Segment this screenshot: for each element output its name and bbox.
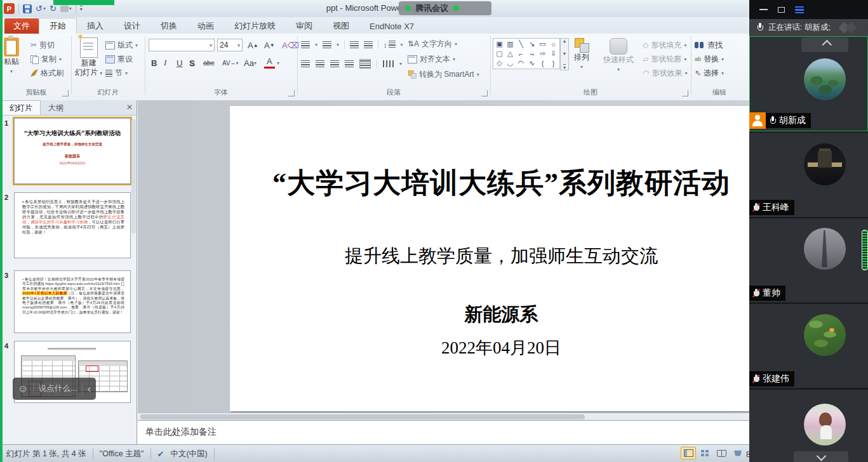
dialog-launcher[interactable] (481, 90, 488, 96)
format-painter-button[interactable]: 格式刷 (30, 67, 63, 79)
undo-button[interactable]: ↺▾ (36, 4, 46, 13)
line-spacing-button[interactable]: ↕ (384, 41, 396, 49)
align-left-button[interactable] (301, 60, 310, 67)
bullets-button[interactable] (301, 41, 310, 48)
tab-transitions[interactable]: 切换 (150, 18, 187, 34)
tab-animations[interactable]: 动画 (187, 18, 224, 34)
close-icon[interactable]: ✕ (126, 103, 133, 112)
participant-tile[interactable]: 张建伟 (749, 304, 868, 388)
spellcheck-icon[interactable]: ✔ (157, 449, 164, 459)
paste-button[interactable]: 粘贴▾ (4, 37, 19, 76)
dialog-launcher[interactable] (288, 90, 295, 96)
shape-cell[interactable]: } (548, 58, 559, 68)
shape-cell[interactable]: ⇩ (548, 49, 559, 58)
shape-cell[interactable]: ▥ (505, 39, 516, 49)
reset-button[interactable]: 重设 (105, 53, 133, 65)
customize-qat-button[interactable]: ▾ (80, 6, 83, 11)
chat-input-placeholder[interactable]: 说点什么... (39, 383, 77, 394)
dialog-launcher[interactable] (682, 90, 688, 96)
tab-slides-thumbnails[interactable]: 幻灯片 (1, 100, 41, 115)
print-preview-button[interactable]: ▾ (60, 6, 72, 12)
cut-button[interactable]: ✂剪切 (30, 39, 55, 51)
slide-editor[interactable]: “大学习大培训大练兵”系列教研活动 提升线上教学质量，加强师生互动交流 新能源系… (138, 100, 749, 412)
minimize-icon[interactable] (759, 9, 768, 10)
arrange-button[interactable]: 排列▾ (574, 38, 589, 71)
tab-home[interactable]: 开始 (39, 18, 77, 34)
align-text-button[interactable]: 对齐文本▾ (408, 53, 455, 65)
theme-name[interactable]: "Office 主题" (100, 449, 144, 459)
shrink-font-button[interactable]: A▼ (262, 39, 277, 51)
participant-tile[interactable] (749, 390, 868, 462)
quick-styles-button[interactable]: 快速样式▾ (603, 38, 634, 74)
font-name-combobox[interactable]: ▾ (149, 39, 215, 51)
change-case-button[interactable]: Aa▾ (241, 56, 259, 69)
scroll-up-button[interactable] (801, 37, 848, 52)
dialog-launcher[interactable] (62, 90, 69, 96)
numbering-button[interactable] (323, 41, 331, 48)
increase-indent-button[interactable] (364, 41, 373, 48)
section-button[interactable]: 节▾ (105, 67, 128, 79)
shape-cell[interactable]: ○ (548, 39, 559, 49)
participant-tile[interactable]: 王科峰 (749, 133, 868, 217)
shape-outline-button[interactable]: ▱形状轮廓▾ (643, 53, 686, 65)
tencent-meeting-floating-bar[interactable]: 腾讯会议 (399, 1, 491, 15)
slide-thumbnail-3[interactable]: • 各位老师好！近期师范学院关于开展2022年春季学期专项督导工作的通知 htt… (14, 270, 131, 333)
shape-cell[interactable]: ◡ (505, 58, 516, 68)
tab-design[interactable]: 设计 (114, 18, 150, 34)
participant-tile[interactable]: 胡新成 (749, 36, 868, 131)
convert-smartart-button[interactable]: 转换为 SmartArt▾ (408, 68, 479, 81)
copy-button[interactable]: 复制▾ (30, 53, 62, 65)
shape-cell[interactable]: △ (505, 49, 516, 58)
underline-button[interactable]: U (174, 56, 185, 69)
slideshow-button[interactable] (730, 447, 745, 459)
scrollbar-thumb[interactable] (140, 414, 585, 419)
font-color-button[interactable]: A (264, 56, 275, 69)
normal-view-button[interactable] (681, 447, 696, 459)
shapes-gallery[interactable]: ▣ ▥ ╲ ↘ ▭ ○ ▢ △ ⌐ ¬ ⇨ ⇩ ◇ ◡ ◠ ∿ { } (493, 38, 560, 69)
save-button[interactable] (23, 4, 32, 13)
shape-cell[interactable]: ∿ (526, 58, 537, 68)
maximize-icon[interactable] (778, 7, 785, 13)
shape-cell[interactable]: { (537, 58, 548, 68)
shape-cell[interactable]: ⇨ (537, 49, 548, 58)
meeting-chat-overlay[interactable]: ☺ 说点什么... ‹ (13, 378, 96, 400)
tab-endnote[interactable]: EndNote X7 (359, 18, 424, 34)
slide-canvas[interactable]: “大学习大培训大练兵”系列教研活动 提升线上教学质量，加强师生互动交流 新能源系… (230, 106, 749, 411)
shape-cell[interactable]: ╲ (516, 39, 526, 49)
select-button[interactable]: ⇖选择▾ (695, 67, 724, 79)
emoji-icon[interactable]: ☺ (18, 384, 28, 394)
shape-cell[interactable]: ¬ (526, 49, 537, 58)
find-button[interactable]: 查找 (695, 39, 723, 51)
tab-file[interactable]: 文件 (4, 18, 39, 34)
participant-tile[interactable]: 董帅 (749, 218, 868, 302)
columns-button[interactable] (383, 60, 394, 67)
shape-cell[interactable]: ⌐ (516, 49, 526, 58)
align-right-button[interactable] (330, 60, 339, 67)
justify-button[interactable] (345, 60, 354, 67)
strikethrough-button[interactable]: abc (201, 56, 217, 69)
layout-button[interactable]: 版式▾ (105, 39, 138, 51)
shape-cell[interactable]: ▢ (494, 49, 505, 58)
new-slide-button[interactable]: 新建 幻灯片 ▾ (75, 37, 102, 77)
text-shadow-button[interactable]: S (187, 56, 197, 69)
tab-view[interactable]: 视图 (323, 18, 359, 34)
slide-thumbnail-2[interactable]: • 各位基层组织负责人，根据教务处关于进一步加强线上教学工作的通知，下周内大家利… (14, 192, 131, 258)
tab-outline[interactable]: 大纲 (41, 101, 71, 115)
tab-review[interactable]: 审阅 (286, 18, 323, 34)
character-spacing-button[interactable]: AV↔▾ (220, 56, 241, 69)
shape-fill-button[interactable]: ◇形状填充▾ (643, 39, 686, 51)
bold-button[interactable]: B (149, 56, 159, 69)
slide-thumbnail-1[interactable]: “大学习大培训大练兵”系列教研活动 提升线上教学质量，加强师生互动交流 新能源系… (14, 118, 131, 184)
shape-cell[interactable]: ▣ (494, 39, 505, 49)
panel-scrollbar[interactable] (131, 119, 136, 234)
redo-button[interactable]: ↻ (50, 4, 57, 13)
text-direction-button[interactable]: ⇅A 文字方向▾ (408, 37, 457, 50)
reading-view-button[interactable] (714, 447, 729, 459)
slide-sorter-button[interactable] (697, 447, 712, 459)
shape-cell[interactable]: ◠ (516, 58, 526, 68)
grow-font-button[interactable]: A▲ (245, 39, 261, 51)
shape-cell[interactable]: ↘ (526, 39, 537, 49)
notes-pane[interactable]: 单击此处添加备注 (138, 420, 749, 445)
panel-scrollbar-thumb[interactable] (862, 230, 868, 270)
shape-effects-button[interactable]: ◠形状效果▾ (643, 67, 688, 79)
